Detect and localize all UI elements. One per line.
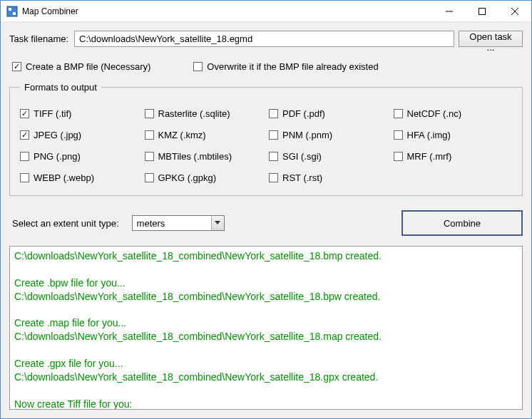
- log-line: C:\downloads\NewYork_satellite_18_combin…: [14, 330, 518, 343]
- app-icon: [6, 6, 18, 17]
- titlebar: Map Combiner: [1, 1, 531, 22]
- log-line: [14, 263, 518, 276]
- window-controls: [433, 1, 531, 21]
- log-line: Create .bpw file for you...: [14, 276, 518, 290]
- open-task-button[interactable]: Open task ...: [459, 31, 523, 47]
- create-bmp-checkbox[interactable]: Create a BMP file (Necessary): [12, 61, 150, 72]
- format-label: Rasterlite (.sqlite): [158, 108, 230, 119]
- log-output[interactable]: C:\downloads\NewYork_satellite_18_combin…: [9, 246, 523, 410]
- format-checkbox[interactable]: MRF (.mrf): [394, 151, 513, 162]
- checkbox-icon: [20, 109, 29, 118]
- format-label: GPKG (.gpkg): [158, 172, 217, 183]
- log-line: C:\downloads\NewYork_satellite_18_combin…: [14, 249, 518, 263]
- format-checkbox[interactable]: KMZ (.kmz): [145, 130, 264, 140]
- overwrite-label: Overwrite it if the BMP file already exi…: [207, 61, 378, 72]
- format-label: NetCDF (.nc): [407, 108, 462, 119]
- formats-legend: Formats to output: [20, 82, 101, 93]
- format-label: HFA (.img): [407, 130, 451, 140]
- checkbox-icon: [145, 130, 154, 140]
- window-title: Map Combiner: [22, 6, 433, 16]
- format-label: PNG (.png): [34, 151, 81, 162]
- maximize-button[interactable]: [466, 1, 498, 21]
- checkbox-icon: [394, 152, 403, 161]
- format-label: WEBP (.webp): [34, 172, 94, 183]
- log-line: C:\downloads\NewYork_satellite_18_combin…: [14, 371, 518, 384]
- checkbox-icon: [20, 173, 29, 182]
- format-label: TIFF (.tif): [34, 108, 71, 119]
- checkbox-icon: [394, 109, 403, 118]
- format-label: MRF (.mrf): [407, 151, 452, 162]
- checkbox-icon: [145, 173, 154, 182]
- checkbox-icon: [269, 130, 278, 140]
- checkbox-icon: [269, 109, 278, 118]
- format-checkbox[interactable]: HFA (.img): [394, 130, 513, 140]
- format-label: RST (.rst): [282, 172, 322, 183]
- checkbox-icon: [269, 173, 278, 182]
- checkbox-icon: [394, 130, 403, 140]
- task-row: Task filename: Open task ...: [9, 31, 523, 47]
- format-label: PDF (.pdf): [282, 108, 325, 119]
- unit-row: Select an extent unit type: Combine: [12, 210, 523, 236]
- log-line: [14, 343, 518, 357]
- format-checkbox[interactable]: PNM (.pnm): [269, 130, 388, 140]
- log-line: Create .gpx file for you...: [14, 357, 518, 371]
- log-line: [14, 384, 518, 398]
- formats-group: Formats to output TIFF (.tif)Rasterlite …: [9, 82, 523, 196]
- format-checkbox[interactable]: RST (.rst): [269, 172, 388, 183]
- format-label: JPEG (.jpg): [34, 130, 81, 140]
- checkbox-icon: [269, 152, 278, 161]
- checkbox-icon: [20, 130, 29, 140]
- combine-button[interactable]: Combine: [401, 210, 523, 236]
- svg-rect-2: [13, 12, 16, 15]
- format-label: KMZ (.kmz): [158, 130, 206, 140]
- extent-unit-select[interactable]: [132, 215, 225, 231]
- format-checkbox[interactable]: NetCDF (.nc): [394, 108, 513, 119]
- close-button[interactable]: [498, 1, 531, 21]
- extent-unit-value[interactable]: [132, 215, 225, 231]
- checkbox-icon: [145, 152, 154, 161]
- format-checkbox[interactable]: PNG (.png): [20, 151, 139, 162]
- formats-grid: TIFF (.tif)Rasterlite (.sqlite)PDF (.pdf…: [20, 103, 512, 188]
- svg-rect-4: [479, 8, 486, 14]
- log-line: Now create Tiff file for you:: [14, 398, 518, 410]
- minimize-button[interactable]: [433, 1, 466, 21]
- format-checkbox[interactable]: TIFF (.tif): [20, 108, 139, 119]
- format-checkbox[interactable]: Rasterlite (.sqlite): [145, 108, 264, 119]
- checkbox-icon: [193, 62, 203, 71]
- format-label: SGI (.sgi): [282, 151, 322, 162]
- log-line: C:\downloads\NewYork_satellite_18_combin…: [14, 290, 518, 304]
- format-checkbox[interactable]: JPEG (.jpg): [20, 130, 139, 140]
- content-area: Task filename: Open task ... Create a BM…: [1, 22, 531, 418]
- create-bmp-label: Create a BMP file (Necessary): [26, 61, 150, 72]
- format-label: PNM (.pnm): [282, 130, 332, 140]
- options-row: Create a BMP file (Necessary) Overwrite …: [12, 61, 523, 72]
- log-line: [14, 304, 518, 317]
- format-checkbox[interactable]: PDF (.pdf): [269, 108, 388, 119]
- log-line: Create .map file for you...: [14, 316, 518, 330]
- task-filename-input[interactable]: [74, 31, 454, 47]
- format-checkbox[interactable]: GPKG (.gpkg): [145, 172, 264, 183]
- format-checkbox[interactable]: WEBP (.webp): [20, 172, 139, 183]
- checkbox-icon: [20, 152, 29, 161]
- overwrite-checkbox[interactable]: Overwrite it if the BMP file already exi…: [193, 61, 378, 72]
- svg-rect-1: [9, 8, 11, 11]
- format-checkbox[interactable]: MBTiles (.mbtiles): [145, 151, 264, 162]
- task-filename-label: Task filename:: [9, 33, 68, 44]
- format-checkbox[interactable]: SGI (.sgi): [269, 151, 388, 162]
- format-label: MBTiles (.mbtiles): [158, 151, 232, 162]
- checkbox-icon: [145, 109, 154, 118]
- checkbox-icon: [12, 62, 21, 71]
- extent-unit-label: Select an extent unit type:: [12, 218, 119, 229]
- app-window: Map Combiner Task filename: Open task ..…: [0, 0, 532, 419]
